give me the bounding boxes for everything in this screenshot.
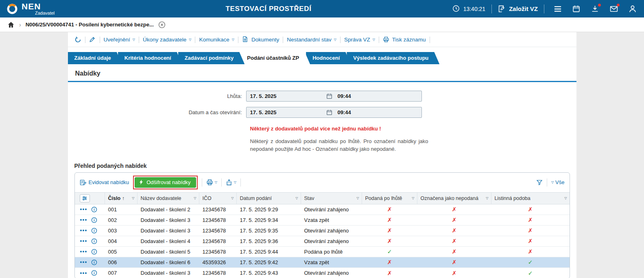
cell-datum: 17. 5. 2025 9:35 [237,228,301,234]
table-row[interactable]: 003 Dodavatel - školení 3 12345678 17. 5… [75,226,570,236]
cell-stav: Vzata zpět [301,217,362,223]
table-row[interactable]: 001 Dodavatel - školení 2 12345678 17. 5… [75,204,570,215]
view-filter-dropdown[interactable]: ▽ Vše [551,179,565,185]
menu-tisk-zaznamu[interactable]: Tisk záznamu [383,36,426,43]
table-row[interactable]: 006 Dodavatel - školení 6 45359326 17. 5… [75,257,570,268]
export-icon [226,179,232,186]
col-nazev-dodavatele[interactable]: Název dodavatele ▽ [138,193,199,204]
cell-nepodana: ✗ [417,238,491,244]
lhuta-datetime-input[interactable]: 17. 5. 2025 09:44 [246,91,422,102]
cell-cislo: 006 [105,259,138,265]
decrypt-offers-button[interactable]: Odšifrovat nabídky [135,177,196,188]
otevirani-datetime-input[interactable]: 17. 5. 2025 09:44 [246,107,422,118]
col-stav[interactable]: Stav ▽ [301,193,362,204]
menu-ukony-zadavatele[interactable]: Úkony zadavatele ▽ [143,37,191,43]
row-menu-icon[interactable] [80,219,87,221]
table-row[interactable]: 007 Dodavatel - školení 3 12345678 17. 5… [75,268,570,278]
sort-asc-icon[interactable]: ↑ [122,195,124,201]
cell-po-lhute: ✗ [362,217,417,223]
table-row[interactable]: 002 Dodavatel - školení 3 12345678 17. 5… [75,215,570,226]
row-menu-icon[interactable] [80,240,87,242]
otevirani-time-value[interactable]: 09:44 [332,109,351,115]
menu-nestandardni-stav[interactable]: Nestandardní stav ▽ [287,37,336,43]
row-info-icon[interactable] [91,206,97,213]
tab-6[interactable]: Výsledek zadávacího postupu [347,52,439,64]
cell-po-lhute: ✗ [362,227,417,234]
filter-icon[interactable]: ▽ [229,196,234,200]
tab-5[interactable]: Hodnocení [306,52,351,64]
filter-button[interactable] [536,179,543,186]
filter-icon[interactable]: ▽ [192,196,196,200]
table-row[interactable]: 005 Dodavatel - školení 5 12345678 17. 5… [75,247,570,257]
row-info-icon[interactable] [91,217,97,223]
tab-2[interactable]: Kritéria hodnocení [118,52,182,64]
lightning-icon [138,179,144,185]
lhuta-time-value[interactable]: 09:44 [332,93,351,99]
clock: 13:40:21 [452,5,486,13]
col-cislo[interactable]: Číslo ↑ ▽ [105,193,138,204]
nen-logo-icon [7,3,18,15]
col-datum-podani[interactable]: Datum podání ▽ [237,193,301,204]
otevirani-date-value[interactable]: 17. 5. 2025 [247,109,326,115]
row-info-icon[interactable] [91,259,97,265]
offers-table-title: Přehled podaných nabídek [74,163,576,169]
menu-komunikace[interactable]: Komunikace ▽ [199,37,234,43]
history-icon[interactable] [74,36,81,43]
filter-icon[interactable]: ▽ [563,196,567,200]
menu-dokumenty[interactable]: Dokumenty [242,36,279,43]
mail-icon[interactable] [610,5,618,13]
app-role: Zadavatel [35,11,55,15]
col-podana-po-lhute[interactable]: Podaná po lhůtě ▽ [362,193,417,204]
chevron-down-icon: ▽ [234,180,236,184]
row-info-icon[interactable] [91,270,97,276]
tab-1[interactable]: Základní údaje [68,52,122,64]
calendar-icon[interactable] [326,93,332,99]
nen-logo[interactable]: NEN Zadavatel [7,2,55,15]
breadcrumb-item[interactable]: N006/25/V00004741 - Posílení kybernetick… [26,22,154,28]
menu-hamburger-icon[interactable] [554,5,562,13]
chevron-down-icon: ▽ [232,38,234,41]
document-icon [242,36,249,43]
edit-icon[interactable] [89,36,96,43]
export-table-button[interactable]: ▽ [226,179,236,186]
row-menu-icon[interactable] [80,251,87,252]
late-offer-info: Některý z dodavatelů podal nabídku po lh… [250,138,428,153]
menu-sprava-vz[interactable]: Správa VZ ▽ [344,37,375,43]
column-settings-icon[interactable] [80,194,90,202]
tab-3[interactable]: Zadávací podmínky [178,52,245,64]
col-oznacena-jako-nepodana[interactable]: Označena jako nepodaná ▽ [417,193,491,204]
close-record-icon[interactable] [158,21,166,28]
filter-icon[interactable]: ▽ [355,196,359,200]
row-menu-icon[interactable] [80,208,87,210]
table-row[interactable]: 004 Dodavatel - školení 4 12345678 17. 5… [75,236,570,247]
row-menu-icon[interactable] [80,230,87,231]
lhuta-date-value[interactable]: 17. 5. 2025 [247,93,326,99]
row-menu-icon[interactable] [80,272,87,274]
filter-icon[interactable]: ▽ [130,196,134,200]
cell-ico: 12345678 [199,217,237,223]
menu-uverejneni[interactable]: Uveřejnění ▽ [104,37,135,43]
cell-cislo: 007 [105,270,138,276]
filter-icon[interactable]: ▽ [410,196,414,200]
filter-icon[interactable]: ▽ [484,196,488,200]
register-offer-icon [80,179,86,186]
register-offer-button[interactable]: Evidovat nabídku [80,179,129,186]
tab-4[interactable]: Podání účastníků ZP [240,52,310,64]
calendar-icon[interactable] [326,109,332,115]
row-info-icon[interactable] [91,238,97,244]
filter-icon[interactable]: ▽ [294,196,298,200]
calendar-icon[interactable] [572,5,581,13]
create-vz-button[interactable]: Založit VZ [498,5,538,13]
print-table-button[interactable]: ▽ [206,179,217,186]
cell-listinna: ✗ [491,238,570,244]
row-info-icon[interactable] [91,249,97,255]
row-menu-icon[interactable] [80,261,87,263]
cell-ico: 45359326 [199,259,237,265]
user-icon[interactable] [629,5,637,13]
row-info-icon[interactable] [91,228,97,234]
cell-cislo: 003 [105,228,138,234]
home-icon[interactable] [7,21,15,28]
col-ico[interactable]: IČO ▽ [199,193,237,204]
download-icon[interactable] [591,5,599,13]
col-listinna-podoba[interactable]: Listinná podoba ▽ [491,193,570,204]
